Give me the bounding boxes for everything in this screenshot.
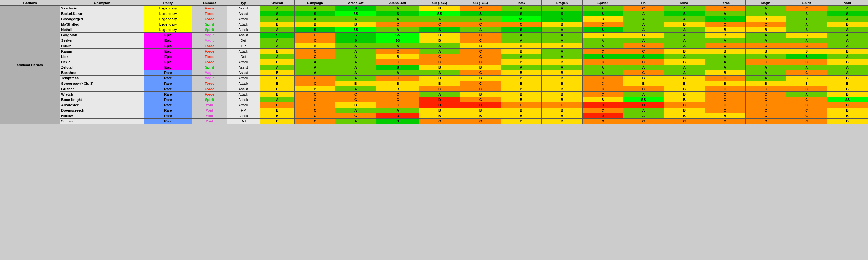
grade-cb-minus: A [420,92,460,97]
grade-arena-def: A [376,16,419,22]
grade-spider: C [582,49,623,54]
grade-arena-def: D [376,113,419,119]
champion-name: Temptress [60,76,144,81]
grade-void: B [827,92,868,97]
grade-magic: B [745,81,786,86]
grade-force: A [705,60,745,65]
grade-overall: C [260,103,294,108]
champion-rarity: Epic [144,54,192,60]
grade-cb-minus: A [420,16,460,22]
champion-name: Nethril [60,27,144,33]
grade-campaign: C [294,113,336,119]
grade-magic: C [745,86,786,92]
grade-fk: B [623,33,664,38]
grade-spider: S [582,54,623,60]
grade-magic: C [745,119,786,124]
grade-campaign: A [294,70,336,76]
grade-spider: A [582,65,623,70]
grade-cb-plus: C [460,81,501,86]
grade-fk: C [623,49,664,54]
champion-typ: Assist [227,86,260,92]
champion-rarity: Epic [144,60,192,65]
champion-element: Void [192,113,227,119]
grade-cb-minus: C [420,119,460,124]
grade-iceg: B [501,70,542,76]
champion-name: Banshee [60,70,144,76]
champion-rarity: Epic [144,43,192,49]
grade-arena-off: A [336,119,376,124]
grade-campaign: C [294,38,336,43]
champion-typ: Assist [227,6,260,11]
grade-fk: SS [623,97,664,103]
grade-void: B [827,113,868,119]
champion-name: Hexia [60,60,144,65]
grade-arena-off: A [336,65,376,70]
grade-campaign: B [294,22,336,27]
grade-spirit: A [786,22,827,27]
header-rarity: Rarity [144,0,192,6]
grade-campaign: C [294,103,336,108]
grade-campaign: C [294,33,336,38]
grade-spirit: A [786,92,827,97]
grade-campaign: B [294,43,336,49]
grade-iceg: A [501,33,542,38]
grade-cb-plus: S [460,11,501,16]
champion-name: Bad-el-Kazar [60,11,144,16]
grade-void: B [827,22,868,27]
grade-cb-plus: C [460,33,501,38]
grade-magic: A [745,65,786,70]
grade-fk: C [623,43,664,49]
champion-typ: Attack [227,60,260,65]
champion-element: Magic [192,70,227,76]
grade-overall: B [260,81,294,86]
grade-spirit: A [786,11,827,16]
grade-void: A [827,38,868,43]
grade-cb-minus: B [420,113,460,119]
grade-campaign: C [294,54,336,60]
grade-spirit: A [786,38,827,43]
grade-overall: B [260,22,294,27]
grade-void: B [827,81,868,86]
champion-element: Spirit [192,97,227,103]
header-iceg: IceG [501,0,542,6]
champion-name: Doomscreech [60,108,144,113]
grade-spirit: B [786,33,827,38]
grade-overall: B [260,113,294,119]
champion-name: Zelotah [60,65,144,70]
grade-void: B [827,49,868,54]
grade-void: B [827,76,868,81]
grade-arena-def: C [376,103,419,108]
grade-dragon: B [542,81,583,86]
header-arena-def: Arena-Deff [376,0,419,6]
grade-arena-def: S [376,119,419,124]
grade-spirit: C [786,97,827,103]
grade-overall: B [260,76,294,81]
grade-dragon: B [542,86,583,92]
grade-arena-off: A [336,54,376,60]
champion-element: Force [192,6,227,11]
grade-cb-plus: D [460,103,501,108]
grade-campaign: C [294,49,336,54]
grade-overall: S [260,11,294,16]
grade-arena-def: SS [376,38,419,43]
grade-spirit: A [786,27,827,33]
grade-spider: B [582,16,623,22]
grade-fk: C [623,60,664,65]
champion-typ: Assist [227,33,260,38]
grade-arena-off: A [336,43,376,49]
grade-overall: A [260,16,294,22]
grade-force: B [705,70,745,76]
grade-mino: A [664,43,705,49]
grade-campaign: S [294,11,336,16]
grade-campaign: A [294,65,336,70]
grade-void: A [827,6,868,11]
champion-typ: Attack [227,49,260,54]
grade-spirit: A [786,65,827,70]
grade-magic: C [745,22,786,27]
grade-mino: A [664,70,705,76]
grade-arena-def: C [376,49,419,54]
grade-arena-def: SS [376,33,419,38]
grade-fk: C [623,86,664,92]
grade-spider: D [582,113,623,119]
grade-arena-off: A [336,16,376,22]
